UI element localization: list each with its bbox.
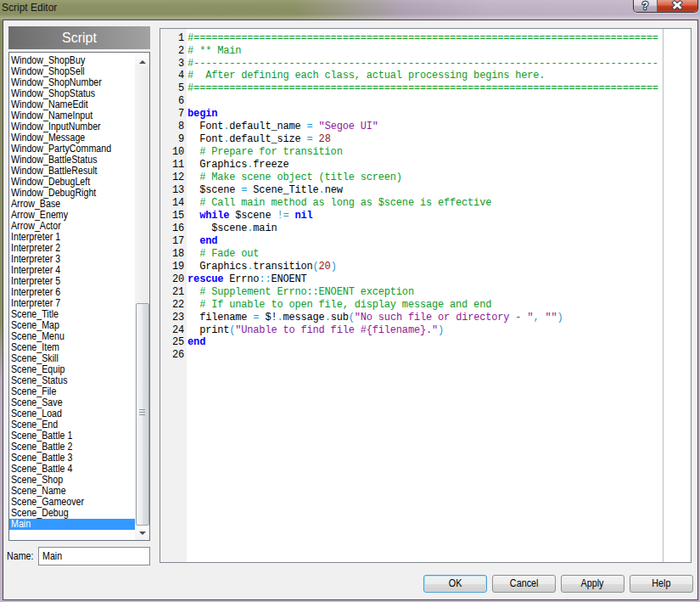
- svg-text:?: ?: [642, 0, 648, 12]
